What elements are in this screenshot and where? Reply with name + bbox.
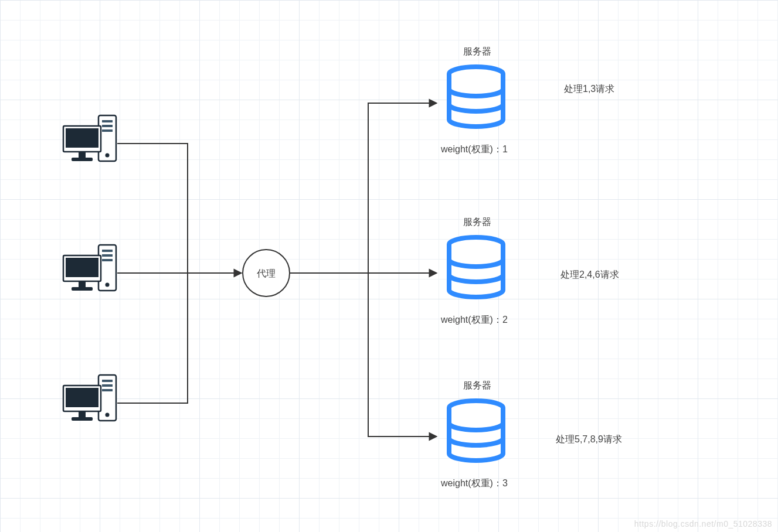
edge-client1 (117, 144, 188, 273)
client-computer-1 (63, 115, 116, 161)
watermark: https://blog.csdn.net/m0_51028338 (634, 519, 772, 528)
client-computer-3 (63, 375, 116, 421)
server-weight-1: weight(权重)：1 (441, 144, 508, 156)
diagram-canvas (0, 0, 778, 532)
server-handles-1: 处理1,3请求 (564, 83, 614, 96)
server-title-1: 服务器 (463, 46, 491, 58)
server-title-3: 服务器 (463, 380, 491, 392)
proxy-label: 代理 (257, 268, 276, 280)
server-handles-3: 处理5,7,8,9请求 (556, 434, 622, 446)
edge-to-server3 (368, 273, 437, 436)
client-computer-2 (63, 245, 116, 291)
server-title-2: 服务器 (463, 216, 491, 229)
server-weight-3: weight(权重)：3 (441, 478, 508, 490)
server-weight-2: weight(权重)：2 (441, 314, 508, 326)
server-handles-2: 处理2,4,6请求 (560, 269, 619, 281)
server-icon-2 (449, 237, 503, 297)
edge-to-server1 (368, 103, 437, 273)
edge-client3 (117, 273, 188, 403)
server-icon-1 (449, 67, 503, 127)
server-icon-3 (449, 401, 503, 461)
